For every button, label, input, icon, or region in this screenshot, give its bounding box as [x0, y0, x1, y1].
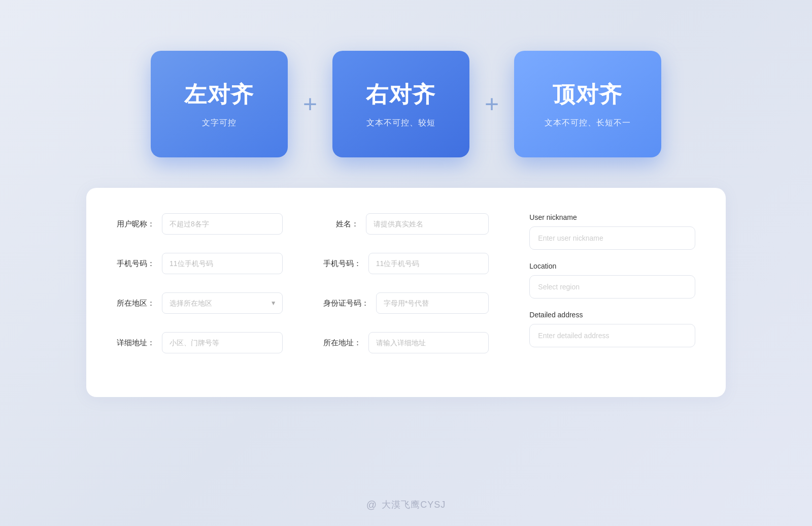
card-top-align: 顶对齐 文本不可控、长短不一 — [514, 51, 661, 157]
card-right-align-title: 右对齐 — [366, 80, 436, 110]
card-right-align: 右对齐 文本不可控、较短 — [332, 51, 469, 157]
plus-sign-1: + — [303, 92, 317, 116]
card-left-align-title: 左对齐 — [184, 80, 254, 110]
en-label-address: Detailed address — [529, 311, 695, 319]
card-top-align-title: 顶对齐 — [553, 80, 623, 110]
form-row-address-left: 详细地址： — [117, 332, 283, 353]
input-address-mid[interactable] — [368, 332, 489, 353]
card-right-align-subtitle: 文本不可控、较短 — [366, 118, 435, 128]
select-wrapper-region: 选择所在地区 ▼ — [162, 292, 283, 314]
form-row-name-mid: 姓名： — [323, 213, 489, 235]
en-label-location: Location — [529, 262, 695, 270]
card-top-align-subtitle: 文本不可控、长短不一 — [545, 118, 631, 128]
label-address-mid: 所在地址： — [323, 338, 361, 348]
footer-at-symbol: @ — [366, 499, 377, 511]
en-form-group-address: Detailed address — [529, 311, 695, 347]
en-input-location[interactable] — [529, 275, 695, 299]
select-region[interactable]: 选择所在地区 — [162, 292, 283, 314]
form-row-phone-mid: 手机号码： — [323, 253, 489, 274]
form-row-region-left: 所在地区： 选择所在地区 ▼ — [117, 292, 283, 314]
card-left-align: 左对齐 文字可控 — [151, 51, 288, 157]
form-row-address-mid: 所在地址： — [323, 332, 489, 353]
input-phone-mid[interactable] — [368, 253, 489, 274]
form-grid: 用户昵称： 手机号码： 所在地区： 选择所在地区 ▼ 详细地址： — [117, 213, 695, 372]
label-id-mid: 身份证号码： — [323, 299, 369, 308]
label-nickname-left: 用户昵称： — [117, 219, 155, 229]
input-nickname-left[interactable] — [162, 213, 283, 235]
label-phone-left: 手机号码： — [117, 259, 155, 269]
form-section: 用户昵称： 手机号码： 所在地区： 选择所在地区 ▼ 详细地址： — [86, 188, 726, 397]
en-input-nickname[interactable] — [529, 226, 695, 250]
form-row-nickname-left: 用户昵称： — [117, 213, 283, 235]
label-region-left: 所在地区： — [117, 299, 155, 308]
form-right-column: User nickname Location Detailed address — [529, 213, 695, 372]
input-address-left[interactable] — [162, 332, 283, 353]
form-row-id-mid: 身份证号码： — [323, 292, 489, 314]
plus-sign-2: + — [485, 92, 499, 116]
form-middle-column: 姓名： 手机号码： 身份证号码： 所在地址： — [323, 213, 489, 372]
label-name-mid: 姓名： — [323, 219, 359, 229]
input-id-mid[interactable] — [376, 292, 489, 314]
input-name-mid[interactable] — [366, 213, 489, 235]
footer: @ 大漠飞鹰CYSJ — [366, 499, 446, 511]
en-label-nickname: User nickname — [529, 213, 695, 221]
en-form-group-location: Location — [529, 262, 695, 299]
label-phone-mid: 手机号码： — [323, 259, 361, 269]
en-input-address[interactable] — [529, 324, 695, 347]
form-row-phone-left: 手机号码： — [117, 253, 283, 274]
label-address-left: 详细地址： — [117, 338, 155, 348]
form-left-column: 用户昵称： 手机号码： 所在地区： 选择所在地区 ▼ 详细地址： — [117, 213, 283, 372]
footer-brand: 大漠飞鹰CYSJ — [382, 499, 446, 511]
en-form-group-nickname: User nickname — [529, 213, 695, 250]
input-phone-left[interactable] — [162, 253, 283, 274]
card-left-align-subtitle: 文字可控 — [202, 118, 236, 128]
cards-section: 左对齐 文字可控 + 右对齐 文本不可控、较短 + 顶对齐 文本不可控、长短不一 — [151, 51, 661, 157]
